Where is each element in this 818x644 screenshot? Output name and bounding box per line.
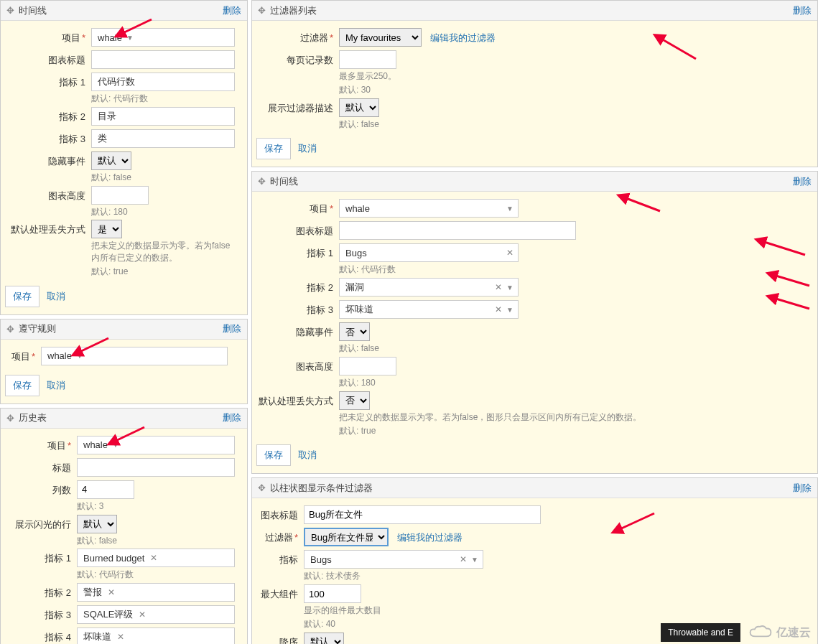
show-desc-label: 展示过滤器描述 — [256, 98, 339, 118]
clear-icon: ✕ — [495, 282, 502, 292]
save-button[interactable]: 保存 — [256, 138, 291, 159]
cancel-link[interactable]: 取消 — [42, 375, 70, 396]
cloud-icon — [748, 624, 773, 641]
cols-input[interactable] — [77, 480, 134, 499]
show-desc-default: 默认: false — [339, 118, 809, 131]
chart-title-input[interactable] — [91, 50, 235, 69]
panel-history: ✥ 历史表 删除 项目* whale▼ 标题 列数 — [0, 408, 248, 644]
save-button[interactable]: 保存 — [5, 286, 39, 307]
move-icon[interactable]: ✥ — [258, 176, 266, 187]
missing-select[interactable]: 否 — [339, 391, 370, 410]
metric-select[interactable]: Bugs✕▼ — [304, 550, 483, 569]
metric2-label: 指标 2 — [256, 278, 339, 298]
metric3-label: 指标 3 — [256, 300, 339, 320]
save-button[interactable]: 保存 — [256, 444, 291, 466]
title-input[interactable] — [77, 458, 235, 477]
edit-filter-link[interactable]: 编辑我的过滤器 — [397, 532, 463, 543]
chart-title-label: 图表标题 — [261, 505, 304, 526]
delete-link[interactable]: 删除 — [223, 4, 241, 17]
missing-default: 默认: true — [91, 266, 238, 278]
metric1-select[interactable]: Burned budget✕ — [77, 549, 235, 567]
chart-height-default: 默认: 180 — [91, 206, 238, 218]
max-comp-label: 最大组件 — [261, 584, 304, 605]
metric2-select[interactable]: 漏洞✕▼ — [339, 278, 519, 297]
cols-default: 默认: 3 — [77, 500, 238, 513]
delete-link[interactable]: 删除 — [793, 175, 812, 188]
metric1-default: 默认: 代码行数 — [77, 569, 238, 581]
desc-label: 降序 — [261, 633, 304, 644]
metric2-select[interactable]: 警报✕ — [77, 583, 235, 602]
metric4-label: 指标 4 — [5, 627, 77, 644]
move-icon[interactable]: ✥ — [6, 5, 14, 16]
metric4-select[interactable]: 坏味道✕ — [77, 627, 235, 644]
show-desc-select[interactable]: 默认 — [339, 98, 379, 117]
filter-select[interactable]: My favourites — [339, 28, 422, 47]
project-label: 项目 — [11, 351, 30, 362]
move-icon[interactable]: ✥ — [6, 324, 14, 335]
save-button[interactable]: 保存 — [5, 375, 39, 396]
project-select[interactable]: whale▼ — [339, 199, 519, 218]
hide-events-default: 默认: false — [339, 342, 809, 355]
cancel-link[interactable]: 取消 — [294, 139, 321, 159]
watermark: 亿速云 — [740, 621, 818, 644]
metric1-select[interactable]: 代码行数 — [91, 73, 235, 91]
metric2-label: 指标 2 — [5, 583, 77, 603]
metric2-select[interactable]: 目录 — [91, 107, 235, 126]
chart-height-input[interactable] — [91, 186, 149, 205]
max-comp-input[interactable] — [304, 584, 361, 603]
chart-height-input[interactable] — [339, 357, 396, 375]
metric3-select[interactable]: SQALE评级✕ — [77, 605, 235, 624]
delete-link[interactable]: 删除 — [793, 4, 812, 17]
project-select[interactable]: whale▼ — [41, 347, 228, 365]
delete-link[interactable]: 删除 — [223, 322, 241, 335]
chart-height-default: 默认: 180 — [339, 377, 809, 389]
filter-label: 过滤器 — [265, 532, 293, 543]
move-icon[interactable]: ✥ — [258, 482, 266, 493]
move-icon[interactable]: ✥ — [258, 5, 266, 16]
missing-help: 把未定义的数据显示为零。若为false，图形只会显示区间内所有已定义的数据。 — [339, 411, 809, 424]
cancel-link[interactable]: 取消 — [294, 445, 321, 465]
metric1-label: 指标 1 — [256, 243, 339, 263]
chart-height-label: 图表高度 — [256, 357, 339, 377]
title-label: 标题 — [5, 458, 77, 478]
clear-icon: ✕ — [495, 304, 502, 314]
project-select[interactable]: whale▼ — [77, 436, 235, 454]
project-label: 项目 — [310, 203, 328, 214]
max-comp-help: 显示的组件最大数目 — [304, 605, 809, 617]
hide-events-label: 隐藏事件 — [5, 151, 91, 172]
panel-timeline-right: ✥ 时间线 删除 项目* whale▼ 图表标题 指标 1 — [251, 171, 818, 474]
hide-events-label: 隐藏事件 — [256, 322, 339, 342]
panel-title: 时间线 — [19, 4, 223, 17]
edit-filter-link[interactable]: 编辑我的过滤器 — [430, 32, 496, 43]
chart-title-input[interactable] — [304, 505, 541, 524]
chart-title-input[interactable] — [339, 221, 576, 240]
hide-events-select[interactable]: 默认 — [91, 151, 131, 170]
metric3-select[interactable]: 坏味道✕▼ — [339, 300, 519, 319]
chart-height-label: 图表高度 — [5, 186, 91, 206]
metric3-label: 指标 3 — [5, 129, 91, 149]
flash-select[interactable]: 默认 — [77, 515, 117, 533]
chart-title-label: 图表标题 — [256, 221, 339, 241]
delete-link[interactable]: 删除 — [793, 482, 812, 495]
missing-select[interactable]: 是 — [91, 220, 122, 238]
metric1-select[interactable]: Bugs✕ — [339, 243, 519, 262]
page-size-help: 最多显示250。 — [339, 70, 809, 83]
metric3-select[interactable]: 类 — [91, 129, 235, 148]
delete-link[interactable]: 删除 — [223, 411, 241, 424]
status-text: Throwable and E — [661, 623, 740, 642]
panel-barchart: ✥ 以柱状图显示条件过滤器 删除 图表标题 过滤器* Bug所在文件显示 编辑我… — [251, 477, 818, 644]
metric1-label: 指标 1 — [5, 73, 91, 93]
project-select[interactable]: whale▼ — [91, 28, 235, 47]
filter-select[interactable]: Bug所在文件显示 — [304, 528, 389, 546]
missing-label: 默认处理丢失方式 — [256, 391, 339, 411]
hide-events-default: 默认: false — [91, 172, 238, 184]
desc-select[interactable]: 默认 — [304, 633, 344, 644]
cancel-link[interactable]: 取消 — [42, 286, 70, 307]
missing-default: 默认: true — [339, 425, 809, 437]
page-size-input[interactable] — [339, 50, 396, 69]
filter-label: 过滤器 — [300, 32, 328, 43]
hide-events-select[interactable]: 否 — [339, 322, 370, 341]
metric1-default: 默认: 代码行数 — [339, 263, 809, 276]
cols-label: 列数 — [5, 480, 77, 500]
move-icon[interactable]: ✥ — [6, 413, 14, 424]
